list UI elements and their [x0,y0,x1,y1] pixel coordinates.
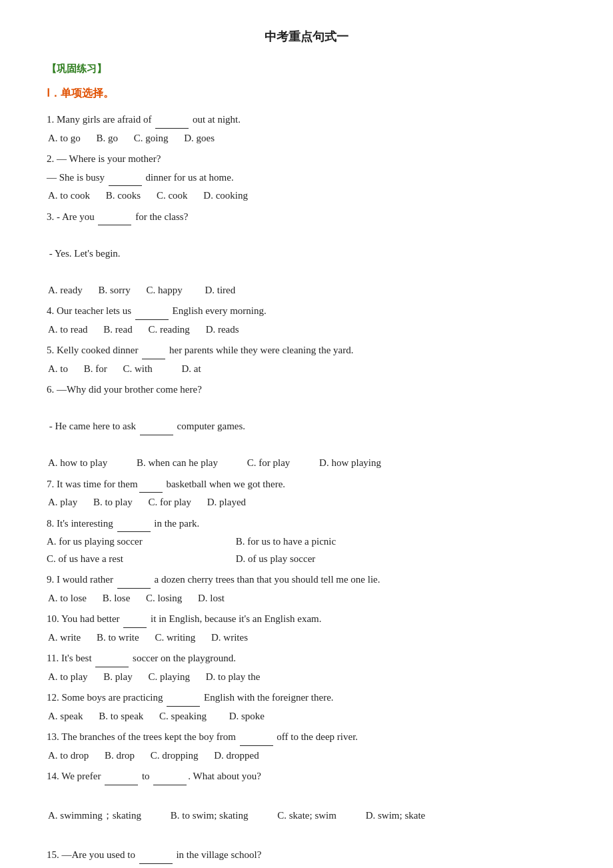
question-7: 7. It was time for them basketball when … [47,476,566,511]
question-4: 4. Our teacher lets us English every mor… [47,303,566,338]
question-11: 11. It's best soccer on the playground. … [47,650,566,685]
q8-text: 8. It's interesting in the park. [47,515,566,533]
q1-options: A. to go B. go C. going D. goes [47,130,566,147]
q12-text: 12. Some boys are practicing English wit… [47,689,566,707]
q4-text: 4. Our teacher lets us English every mor… [47,303,566,320]
q14-text: 14. We prefer to . What about you? [47,768,566,785]
question-2: 2. — Where is your mother? — She is busy… [47,151,566,205]
section-title: Ⅰ．单项选择。 [47,84,566,102]
q7-text: 7. It was time for them basketball when … [47,476,566,493]
q13-text: 13. The branches of the trees kept the b… [47,729,566,746]
q9-text: 9. I would rather a dozen cherry trees t… [47,571,566,589]
q3-text-1: 3. - Are you for the class? [47,209,566,226]
q15-text-1: 15. —Are you used to in the village scho… [47,847,566,864]
q5-options: A. to B. for C. with D. at [47,361,566,378]
q10-text: 10. You had better it in English, becaus… [47,611,566,628]
q1-text: 1. Many girls are afraid of out at night… [47,111,566,129]
q2-text-1: 2. — Where is your mother? [47,151,566,168]
q5-text: 5. Kelly cooked dinner her parents while… [47,342,566,359]
q6-text-blank2 [47,437,566,454]
section-label: 【巩固练习】 [47,61,566,78]
q15-text-2: —No, I can't get well on with the childr… [47,865,566,868]
q13-options: A. to drop B. drop C. dropping D. droppe… [47,747,566,765]
q6-text-1: 6. —Why did your brother come here? [47,381,566,399]
q14-options: A. swimming；skating B. to swim; skating … [47,807,566,825]
q3-text-2: - Yes. Let's begin. [47,245,566,263]
q3-options: A. ready B. sorry C. happy D. tired [47,282,566,299]
q6-text-2: - He came here to ask computer games. [47,418,566,435]
q10-options: A. write B. to write C. writing D. write… [47,629,566,647]
q11-text: 11. It's best soccer on the playground. [47,650,566,667]
q3-text-blank2 [47,263,566,281]
question-6: 6. —Why did your brother come here? - He… [47,381,566,472]
question-10: 10. You had better it in English, becaus… [47,611,566,646]
question-14: 14. We prefer to . What about you? A. sw… [47,768,566,825]
q9-options: A. to lose B. lose C. losing D. lost [47,590,566,607]
q6-options: A. how to play B. when can he play C. fo… [47,455,566,472]
question-12: 12. Some boys are practicing English wit… [47,689,566,725]
question-3: 3. - Are you for the class? - Yes. Let's… [47,209,566,299]
question-15: 15. —Are you used to in the village scho… [47,829,566,868]
q11-options: A. to play B. play C. playing D. to play… [47,669,566,686]
q4-options: A. to read B. read C. reading D. reads [47,321,566,339]
page-title: 中考重点句式一 [47,27,566,47]
q6-text-blank [47,400,566,417]
question-5: 5. Kelly cooked dinner her parents while… [47,342,566,377]
q14-text-blank [47,787,566,804]
q2-text-2: — She is busy dinner for us at home. [47,169,566,187]
q12-options: A. speak B. to speak C. speaking D. spok… [47,708,566,725]
question-1: 1. Many girls are afraid of out at night… [47,111,566,147]
q2-options: A. to cook B. cooks C. cook D. cooking [47,187,566,205]
question-9: 9. I would rather a dozen cherry trees t… [47,571,566,607]
question-8: 8. It's interesting in the park. A. for … [47,515,566,568]
question-13: 13. The branches of the trees kept the b… [47,729,566,764]
q7-options: A. play B. to play C. for play D. played [47,494,566,511]
q15-text-blank [47,829,566,846]
q3-text-blank [47,227,566,244]
q8-options: A. for us playing soccer B. for us to ha… [47,533,566,567]
